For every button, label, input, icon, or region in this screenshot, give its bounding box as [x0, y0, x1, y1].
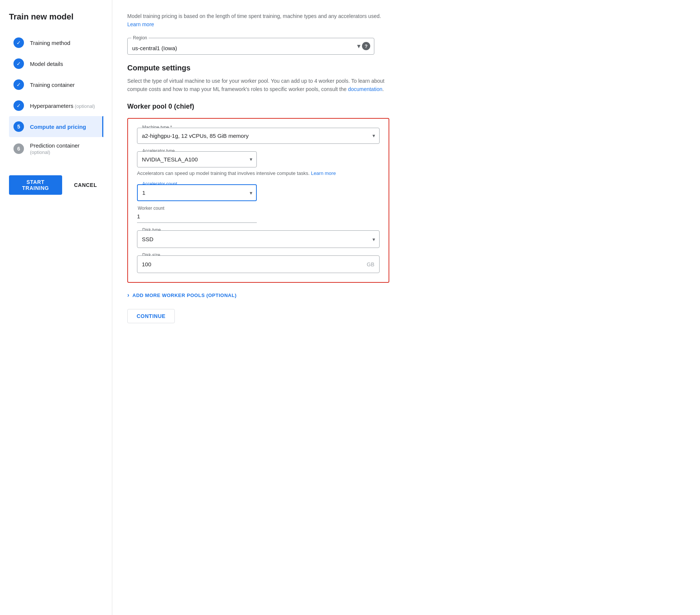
continue-button[interactable]: CONTINUE — [127, 309, 175, 323]
step-icon-3: ✓ — [13, 79, 24, 90]
disk-type-field: Disk type SSD ▾ — [137, 230, 380, 248]
region-select-wrapper[interactable]: Region us-central1 (Iowa) ▾ ? — [127, 38, 374, 55]
machine-type-select-row[interactable]: a2-highgpu-1g, 12 vCPUs, 85 GiB memory ▾ — [137, 128, 380, 144]
sidebar-item-training-container[interactable]: ✓ Training container — [9, 74, 103, 95]
sidebar-item-compute-pricing[interactable]: 5 Compute and pricing — [9, 116, 103, 137]
accelerator-type-field: Accelerator type NVIDIA_TESLA_A100 ▾ — [137, 151, 257, 167]
worker-pool-box: Machine type * a2-highgpu-1g, 12 vCPUs, … — [127, 118, 389, 283]
add-worker-pools-link[interactable]: › ADD MORE WORKER POOLS (OPTIONAL) — [127, 292, 389, 299]
accelerator-type-select-row[interactable]: NVIDIA_TESLA_A100 ▾ — [137, 151, 257, 167]
sidebar-label-training-method: Training method — [30, 40, 70, 46]
accelerator-learn-more-link[interactable]: Learn more — [311, 170, 336, 176]
pricing-description: Model training pricing is based on the l… — [127, 12, 389, 29]
disk-size-input[interactable] — [137, 255, 380, 273]
accelerator-help-text: Accelerators can speed up model training… — [137, 170, 380, 177]
sidebar-label-prediction-container: Prediction container (optional) — [30, 142, 98, 155]
step-icon-1: ✓ — [13, 37, 24, 48]
accelerator-count-field: Accelerator count 1 ▾ — [137, 184, 257, 201]
disk-type-select[interactable]: SSD — [137, 230, 380, 248]
region-label: Region — [131, 35, 149, 40]
disk-size-suffix: GB — [367, 261, 374, 267]
cancel-button[interactable]: CANCEL — [68, 178, 103, 192]
main-content: Model training pricing is based on the l… — [112, 0, 404, 615]
start-training-button[interactable]: START TRAINING — [9, 175, 62, 195]
step-icon-2: ✓ — [13, 58, 24, 69]
sidebar-item-training-method[interactable]: ✓ Training method — [9, 32, 103, 53]
sidebar-item-model-details[interactable]: ✓ Model details — [9, 53, 103, 74]
add-pools-chevron-icon: › — [127, 292, 130, 299]
accelerator-count-select[interactable]: 1 — [137, 184, 257, 201]
accelerator-count-section: Accelerator count 1 ▾ — [137, 184, 257, 201]
region-dropdown-icon: ▾ — [357, 42, 360, 50]
sidebar-nav: ✓ Training method ✓ Model details ✓ Trai… — [9, 32, 103, 160]
checkmark-icon: ✓ — [16, 40, 21, 46]
compute-settings-desc: Select the type of virtual machine to us… — [127, 77, 389, 94]
sidebar: Train new model ✓ Training method ✓ Mode… — [0, 0, 112, 615]
sidebar-label-training-container: Training container — [30, 82, 75, 88]
disk-size-field: Disk size GB — [137, 255, 380, 273]
sidebar-item-prediction-container[interactable]: 6 Prediction container (optional) — [9, 137, 103, 160]
sidebar-label-hyperparameters: Hyperparameters (optional) — [30, 103, 95, 109]
compute-settings-heading: Compute settings — [127, 64, 389, 72]
region-value: us-central1 (Iowa) — [132, 45, 359, 51]
disk-size-input-wrapper[interactable]: GB — [137, 255, 380, 273]
machine-type-field: Machine type * a2-highgpu-1g, 12 vCPUs, … — [137, 128, 380, 144]
page-title: Train new model — [9, 12, 103, 22]
accelerator-type-section: Accelerator type NVIDIA_TESLA_A100 ▾ Acc… — [137, 151, 380, 177]
pricing-learn-more-link[interactable]: Learn more — [127, 21, 154, 27]
accelerator-type-select[interactable]: NVIDIA_TESLA_A100 — [137, 151, 257, 167]
sidebar-label-compute-pricing: Compute and pricing — [30, 124, 86, 130]
checkmark-icon-4: ✓ — [16, 103, 21, 109]
region-help-icon[interactable]: ? — [362, 42, 370, 50]
worker-count-section: Worker count — [137, 209, 257, 223]
sidebar-action-buttons: START TRAINING CANCEL — [9, 175, 103, 195]
step-icon-6: 6 — [13, 143, 24, 154]
accelerator-count-select-row[interactable]: 1 ▾ — [137, 184, 257, 201]
disk-type-select-wrapper[interactable]: SSD ▾ — [137, 230, 380, 248]
worker-count-field: Worker count — [137, 209, 257, 223]
checkmark-icon-3: ✓ — [16, 82, 21, 88]
sidebar-item-hyperparameters[interactable]: ✓ Hyperparameters (optional) — [9, 95, 103, 116]
step-icon-5: 5 — [13, 121, 24, 132]
checkmark-icon-2: ✓ — [16, 61, 21, 67]
sidebar-label-model-details: Model details — [30, 61, 63, 67]
add-pools-label: ADD MORE WORKER POOLS (OPTIONAL) — [133, 293, 237, 298]
worker-count-label: Worker count — [137, 206, 165, 211]
region-field-group: Region us-central1 (Iowa) ▾ ? — [127, 38, 389, 55]
documentation-link[interactable]: documentation — [348, 86, 383, 92]
machine-type-select[interactable]: a2-highgpu-1g, 12 vCPUs, 85 GiB memory — [137, 128, 380, 144]
step-icon-4: ✓ — [13, 100, 24, 111]
worker-pool-heading: Worker pool 0 (chief) — [127, 103, 389, 110]
